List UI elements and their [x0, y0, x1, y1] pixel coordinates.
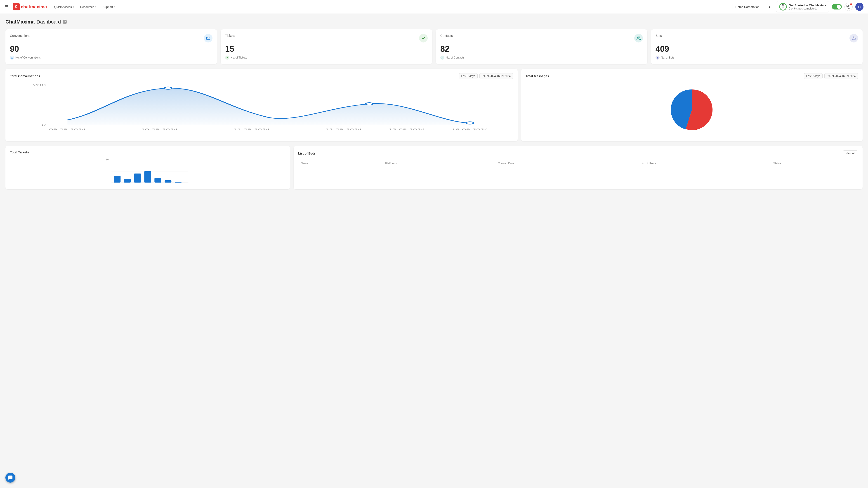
total-conversations-controls: Last 7 days 09-09-2024-16-09-2024 [459, 73, 513, 79]
view-all-button[interactable]: View All [843, 151, 858, 156]
header-left: ☰ C chatmaxima Quick Access ▾ Resources … [4, 3, 733, 10]
hamburger-button[interactable]: ☰ [4, 4, 8, 9]
stat-contacts-footer-label: No. of Contacts [446, 56, 465, 59]
stat-tickets-number: 15 [225, 44, 428, 54]
org-name: Demo Corporation [736, 5, 760, 8]
total-tickets-title: Total Tickets [10, 151, 29, 154]
notification-dot [850, 3, 852, 5]
svg-text:10-09-2024: 10-09-2024 [141, 128, 178, 131]
page-title-bold: ChatMaxima [5, 19, 35, 25]
bots-table-header-row: Name Platforms Created Date No.of Users … [298, 160, 858, 167]
toggle-knob [837, 5, 841, 9]
stat-conversations-footer: No. of Conversations [10, 56, 213, 60]
stat-card-tickets: Tickets 15 No. of Tickets [221, 29, 432, 64]
stat-tickets-label: Tickets [225, 34, 235, 37]
header-right: Demo Corporation ▾ 100% Get Started in C… [733, 1, 864, 12]
stat-card-conversations: Conversations 90 No. of Conversations [5, 29, 217, 64]
get-started-sub: 6 of 6 steps completed. [789, 7, 826, 10]
pie-chart-svg [667, 85, 717, 135]
stat-tickets-footer-label: No. of Tickets [230, 56, 247, 59]
history-icon [846, 5, 850, 9]
total-messages-controls: Last 7 days 09-09-2024-16-09-2024 [804, 73, 858, 79]
list-of-bots-header: List of Bots View All [298, 151, 858, 156]
total-conversations-date-range[interactable]: 09-09-2024-16-09-2024 [479, 73, 513, 79]
bar-chart-svg: 10 [10, 158, 285, 185]
get-started-box[interactable]: 100% Get Started in ChatMaxima 6 of 6 st… [776, 1, 829, 12]
stat-bots-label: Bots [655, 34, 662, 37]
stat-card-contacts: Contacts 82 No. of Contacts [436, 29, 647, 64]
total-messages-chart [526, 83, 858, 137]
list-of-bots-title: List of Bots [298, 152, 315, 155]
total-conversations-header: Total Conversations Last 7 days 09-09-20… [10, 73, 513, 79]
stat-contacts-number: 82 [440, 44, 643, 54]
chat-widget-icon [8, 475, 13, 480]
stat-card-tickets-header: Tickets [225, 34, 428, 42]
svg-rect-37 [134, 173, 141, 183]
stat-conversations-number: 90 [10, 44, 213, 54]
stat-conversations-footer-icon [10, 56, 14, 60]
stat-card-contacts-header: Contacts [440, 34, 643, 42]
charts-row: Total Conversations Last 7 days 09-09-20… [5, 69, 863, 141]
nav-quick-access-chevron: ▾ [73, 6, 74, 8]
total-tickets-chart: 10 [10, 158, 285, 185]
page-title: ChatMaxima Dashboard ? [5, 19, 863, 25]
stat-card-bots-header: Bots [655, 34, 858, 42]
svg-rect-40 [164, 180, 171, 183]
avatar[interactable]: C [855, 3, 864, 11]
total-messages-filter[interactable]: Last 7 days [804, 73, 823, 79]
svg-text:0: 0 [41, 123, 46, 127]
chat-widget[interactable] [5, 473, 16, 483]
nav-menu: Quick Access ▾ Resources ▾ Support ▾ [52, 4, 118, 10]
svg-point-13 [657, 57, 658, 57]
svg-point-5 [442, 57, 442, 57]
line-chart-svg: 200 0 [10, 83, 513, 132]
stat-contacts-footer-icon [440, 56, 444, 60]
help-icon[interactable]: ? [63, 20, 67, 24]
stat-tickets-footer: No. of Tickets [225, 56, 428, 60]
stat-conversations-label: Conversations [10, 34, 30, 37]
svg-rect-39 [154, 178, 161, 183]
stat-card-bots: Bots 409 No. of Bots [651, 29, 863, 64]
total-messages-card: Total Messages Last 7 days 09-09-2024-16… [521, 69, 863, 141]
progress-circle: 100% [779, 3, 787, 11]
stat-contacts-footer: No. of Contacts [440, 56, 643, 60]
history-button[interactable] [844, 3, 852, 11]
col-no-of-users: No.of Users [639, 160, 771, 167]
svg-rect-36 [124, 179, 131, 183]
svg-text:200: 200 [33, 84, 46, 87]
bots-table: Name Platforms Created Date No.of Users … [298, 160, 858, 167]
logo-text: chatmaxima [21, 4, 47, 9]
svg-rect-41 [175, 182, 182, 183]
col-created-date: Created Date [495, 160, 639, 167]
nav-resources[interactable]: Resources ▾ [78, 4, 99, 10]
toggle-button[interactable] [832, 4, 842, 9]
get-started-text: Get Started in ChatMaxima 6 of 6 steps c… [789, 4, 826, 10]
nav-resources-chevron: ▾ [95, 6, 96, 8]
svg-text:09-09-2024: 09-09-2024 [49, 128, 86, 131]
org-selector[interactable]: Demo Corporation ▾ [733, 4, 773, 10]
svg-text:16-09-2024: 16-09-2024 [452, 128, 488, 131]
total-tickets-card: Total Tickets 10 [5, 146, 290, 189]
stats-row: Conversations 90 No. of Conversations Ti… [5, 29, 863, 64]
stat-card-conversations-header: Conversations [10, 34, 213, 42]
nav-support[interactable]: Support ▾ [100, 4, 118, 10]
stat-tickets-footer-icon [225, 56, 229, 60]
total-messages-date-range[interactable]: 09-09-2024-16-09-2024 [825, 73, 858, 79]
stat-bots-footer-label: No. of Bots [661, 56, 674, 59]
svg-point-23 [466, 122, 473, 124]
header: ☰ C chatmaxima Quick Access ▾ Resources … [0, 0, 868, 13]
nav-support-chevron: ▾ [114, 6, 115, 8]
progress-pct: 100% [782, 4, 784, 9]
svg-text:13-09-2024: 13-09-2024 [388, 128, 425, 131]
org-chevron-icon: ▾ [769, 5, 770, 8]
svg-point-4 [638, 37, 639, 38]
total-tickets-header: Total Tickets [10, 151, 285, 154]
get-started-title: Get Started in ChatMaxima [789, 4, 826, 7]
total-conversations-card: Total Conversations Last 7 days 09-09-20… [5, 69, 518, 141]
nav-quick-access[interactable]: Quick Access ▾ [52, 4, 76, 10]
stat-conversations-footer-label: No. of Conversations [16, 56, 41, 59]
svg-text:11-09-2024: 11-09-2024 [233, 128, 270, 131]
total-conversations-filter[interactable]: Last 7 days [459, 73, 477, 79]
svg-point-21 [164, 87, 172, 90]
logo[interactable]: C chatmaxima [13, 3, 47, 10]
